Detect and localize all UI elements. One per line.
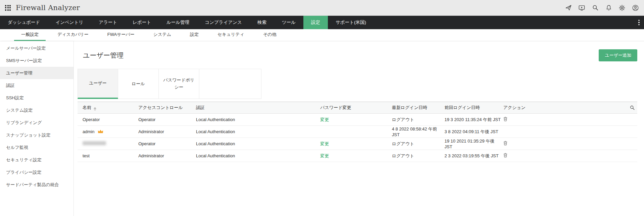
tab[interactable]: パスワードポリシー (159, 69, 199, 99)
password-change-link[interactable]: 変更 (320, 141, 329, 146)
cell-previous-login: 3 8 2022 04:09:11 午後 JST (444, 126, 503, 138)
table-search-icon[interactable] (630, 105, 635, 111)
top-header: Firewall Analyzer (0, 0, 644, 16)
sidebar-item[interactable]: SSH設定 (0, 92, 73, 104)
delete-user-icon[interactable] (503, 153, 507, 159)
column-header: 認証 (196, 102, 320, 114)
sidebar-item[interactable]: システム設定 (0, 104, 73, 116)
table-body: OperatorOperatorLocal Authentication変更ログ… (78, 114, 637, 162)
column-header-label: 名前 (83, 105, 91, 110)
main-nav-item[interactable]: ルール管理 (159, 16, 197, 29)
cell-actions (503, 126, 637, 138)
sidebar-item[interactable]: セルフ監視 (0, 141, 73, 154)
column-header-label: アクセスコントロール (138, 105, 183, 110)
delete-user-icon[interactable] (503, 117, 507, 122)
body: メールサーバー設定SMSサーバー設定ユーザー管理認証SSH設定システム設定リブラ… (0, 41, 644, 216)
sub-nav-item[interactable]: FWAサーバー (100, 29, 142, 41)
sidebar-item[interactable]: SMSサーバー設定 (0, 54, 73, 67)
delete-user-icon[interactable] (503, 141, 507, 147)
column-header: 名前 (78, 102, 138, 114)
main-nav-item[interactable]: 検索 (250, 16, 274, 29)
main-nav-item[interactable]: ダッシュボード (0, 16, 48, 29)
table-row: testAdministratorLocal Authentication変更ロ… (78, 150, 637, 162)
user-avatar-icon[interactable] (632, 5, 639, 11)
cell-latest-login: ログアウト (392, 114, 444, 126)
main-nav-item[interactable]: レポート (125, 16, 159, 29)
cell-password-change: 変更 (320, 138, 392, 150)
header-icons (565, 5, 639, 11)
sub-nav-item[interactable]: システム (146, 29, 178, 41)
sub-nav-item[interactable]: ディスカバリー (50, 29, 96, 41)
sidebar-item[interactable]: 認証 (0, 79, 73, 92)
notification-bell-icon[interactable] (605, 5, 612, 11)
user-table: 名前アクセスコントロール認証パスワード変更最新ログイン日時前回ログイン日時アクシ… (78, 102, 637, 162)
table-row: adminAdministratorLocal Authentication4 … (78, 126, 637, 138)
column-header-label: アクション (503, 105, 526, 110)
password-change-link[interactable]: 変更 (320, 153, 329, 158)
main-nav-item[interactable]: インベントリ (48, 16, 91, 29)
main-nav: ダッシュボードインベントリアラートレポートルール管理コンプライアンス検索ツール設… (0, 16, 644, 29)
sub-nav-item[interactable]: 設定 (183, 29, 206, 41)
sidebar-item[interactable]: サードパーティ製品の統合 (0, 178, 73, 191)
sidebar-item[interactable]: ユーザー管理 (0, 67, 73, 79)
app-grid-icon[interactable] (5, 5, 11, 11)
sub-nav: 一般設定ディスカバリーFWAサーバーシステム設定セキュリティその他 (0, 29, 644, 41)
crown-icon (98, 129, 103, 134)
main-nav-item[interactable]: サポート(米国) (328, 16, 374, 29)
cell-password-change (320, 126, 392, 138)
main-nav-item[interactable]: アラート (91, 16, 125, 29)
column-header-label: 最新ログイン日時 (392, 105, 427, 110)
sidebar-item[interactable]: スナップショット設定 (0, 129, 73, 141)
settings-gear-icon[interactable] (619, 5, 625, 11)
sidebar-item[interactable]: リブランディング (0, 116, 73, 129)
search-icon[interactable] (592, 5, 598, 11)
tab[interactable]: ユーザー (78, 69, 118, 99)
cell-authentication: Local Authentication (196, 126, 320, 138)
title-row: ユーザー管理 ユーザー追加 (78, 49, 637, 61)
cell-actions (503, 150, 637, 162)
table-row: OperatorLocal Authentication変更ログアウト19 10… (78, 138, 637, 150)
cell-access-control: Operator (138, 138, 196, 150)
cell-access-control: Administrator (138, 150, 196, 162)
table-row: OperatorOperatorLocal Authentication変更ログ… (78, 114, 637, 126)
sort-icon[interactable] (94, 107, 96, 111)
user-name: Operator (83, 117, 100, 122)
main-content: ユーザー管理 ユーザー追加 ユーザーロールパスワードポリシー 名前アクセスコント… (74, 41, 644, 216)
tabs: ユーザーロールパスワードポリシー (78, 69, 637, 99)
sub-nav-item[interactable]: その他 (256, 29, 284, 41)
column-header: アクセスコントロール (138, 102, 196, 114)
tab[interactable]: ロール (118, 69, 159, 99)
cell-previous-login: 19 3 2020 11:35:24 午前 JST (444, 114, 503, 126)
column-header: 前回ログイン日時 (444, 102, 503, 114)
sidebar-item[interactable]: セキュリティ設定 (0, 154, 73, 166)
cell-name: test (78, 150, 138, 162)
cell-authentication: Local Authentication (196, 150, 320, 162)
cell-previous-login: 2 3 2022 03:19:55 午後 JST (444, 150, 503, 162)
cell-password-change: 変更 (320, 114, 392, 126)
password-change-link[interactable]: 変更 (320, 117, 329, 122)
column-header-label: パスワード変更 (320, 105, 351, 110)
column-header-label: 前回ログイン日時 (445, 105, 480, 110)
sub-nav-item[interactable]: セキュリティ (210, 29, 251, 41)
sub-nav-item[interactable]: 一般設定 (14, 29, 46, 41)
user-name: admin (83, 129, 94, 134)
cell-authentication: Local Authentication (196, 138, 320, 150)
sidebar-item[interactable]: プライバシー設定 (0, 166, 73, 178)
main-nav-item[interactable]: コンプライアンス (197, 16, 250, 29)
column-header: パスワード変更 (320, 102, 392, 114)
table-header-row: 名前アクセスコントロール認証パスワード変更最新ログイン日時前回ログイン日時アクシ… (78, 102, 637, 114)
cell-name: admin (78, 126, 138, 138)
sidebar-item[interactable]: メールサーバー設定 (0, 42, 73, 54)
main-nav-item[interactable]: 設定 (303, 16, 328, 29)
add-user-button[interactable]: ユーザー追加 (599, 49, 637, 61)
app-title: Firewall Analyzer (16, 4, 80, 12)
kebab-menu-icon[interactable] (634, 16, 644, 29)
user-name: test (83, 153, 90, 158)
cell-actions (503, 138, 637, 150)
main-nav-item[interactable]: ツール (274, 16, 303, 29)
screen-demo-icon[interactable] (579, 5, 585, 11)
column-header-label: 認証 (196, 105, 205, 110)
paper-plane-icon[interactable] (565, 5, 572, 11)
cell-latest-login: ログアウト (392, 138, 444, 150)
cell-access-control: Administrator (138, 126, 196, 138)
